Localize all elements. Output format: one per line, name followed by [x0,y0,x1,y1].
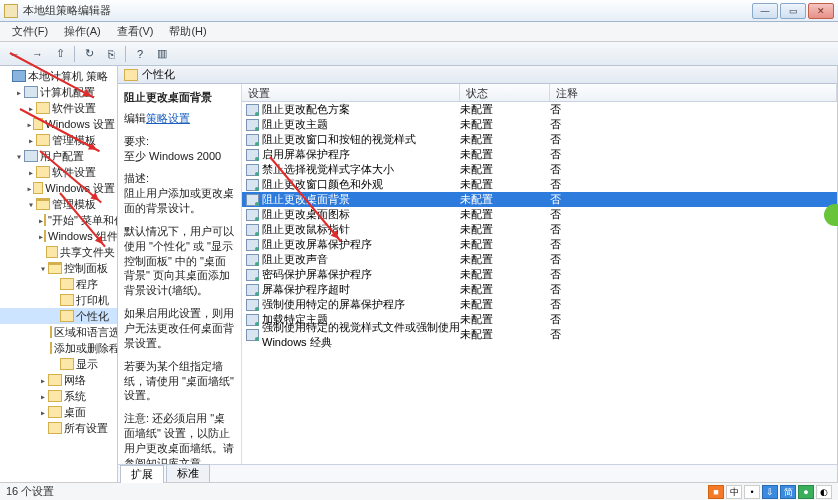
tab-standard[interactable]: 标准 [166,464,210,482]
list-row[interactable]: 阻止更改窗口和按钮的视觉样式未配置否 [242,132,837,147]
minimize-button[interactable]: ― [752,3,778,19]
tab-extended[interactable]: 扩展 [120,465,164,483]
tree-item[interactable]: ▸软件设置 [0,100,117,116]
tree-item[interactable]: ▾管理模板 [0,196,117,212]
tree-item[interactable]: 打印机 [0,292,117,308]
tree-item[interactable]: ▸Windows 组件 [0,228,117,244]
filter-button[interactable]: ▥ [152,45,172,63]
list-row[interactable]: 阻止更改桌面图标未配置否 [242,207,837,222]
list-row[interactable]: 强制使用特定的屏幕保护程序未配置否 [242,297,837,312]
tree-item[interactable]: 区域和语言选项 [0,324,117,340]
menu-file[interactable]: 文件(F) [4,22,56,41]
nav-forward-button[interactable]: → [27,45,48,63]
row-setting: 禁止选择视觉样式字体大小 [262,162,394,177]
tree-twisty[interactable]: ▸ [38,375,48,386]
list-row[interactable]: 禁止选择视觉样式字体大小未配置否 [242,162,837,177]
folder-icon [60,310,74,322]
tree-item[interactable]: ▾用户配置 [0,148,117,164]
tree-item[interactable]: ▸计算机配置 [0,84,117,100]
tree-item[interactable]: ▸桌面 [0,404,117,420]
list-row[interactable]: 阻止更改主题未配置否 [242,117,837,132]
nav-back-button[interactable]: ← [4,45,25,63]
tree-item[interactable]: 添加或删除程序 [0,340,117,356]
tree-item[interactable]: 本地计算机 策略 [0,68,117,84]
tree-twisty[interactable]: ▸ [26,167,36,178]
row-setting: 阻止更改主题 [262,117,328,132]
tree-label: 共享文件夹 [60,245,115,260]
desc-d2: 默认情况下，用户可以使用 "个性化" 或 "显示控制面板" 中的 "桌面背景" … [124,224,235,298]
tree-twisty[interactable]: ▸ [26,183,33,194]
export-button[interactable]: ⎘ [101,45,121,63]
tree-twisty[interactable]: ▸ [38,407,48,418]
row-comment: 否 [550,147,837,162]
tray-ime-icon[interactable]: 中 [726,485,742,499]
list-row[interactable]: 密码保护屏幕保护程序未配置否 [242,267,837,282]
list-row[interactable]: 阻止更改声音未配置否 [242,252,837,267]
tree-item[interactable]: ▾控制面板 [0,260,117,276]
tree-twisty[interactable]: ▾ [14,151,24,162]
tray-icon[interactable]: • [744,485,760,499]
row-state: 未配置 [460,267,550,282]
edit-policy-link[interactable]: 策略设置 [146,112,190,124]
close-button[interactable]: ✕ [808,3,834,19]
tray-icon[interactable]: ◐ [816,485,832,499]
tray-icon[interactable]: ■ [708,485,724,499]
description-pane: 阻止更改桌面背景 编辑策略设置 要求:至少 Windows 2000 描述:阻止… [118,84,242,464]
tree-twisty[interactable]: ▸ [26,135,36,146]
row-state: 未配置 [460,147,550,162]
tree-item[interactable]: ▸系统 [0,388,117,404]
tree-item[interactable]: ▸网络 [0,372,117,388]
tree-twisty[interactable]: ▸ [38,391,48,402]
tree-label: 桌面 [64,405,86,420]
col-setting[interactable]: 设置 [242,84,460,101]
tree-twisty[interactable]: ▸ [26,103,36,114]
menu-view[interactable]: 查看(V) [109,22,162,41]
main-header: 个性化 [118,66,837,84]
tree-twisty[interactable]: ▾ [38,263,48,274]
refresh-button[interactable]: ↻ [79,45,99,63]
tree-item[interactable]: 共享文件夹 [0,244,117,260]
tree-twisty[interactable]: ▸ [14,87,24,98]
menu-action[interactable]: 操作(A) [56,22,109,41]
tree-twisty[interactable]: ▸ [26,119,33,130]
tree-item[interactable]: ▸"开始" 菜单和任务栏 [0,212,117,228]
tree-item[interactable]: 所有设置 [0,420,117,436]
help-button[interactable]: ? [130,45,150,63]
tree-pane[interactable]: 本地计算机 策略▸计算机配置▸软件设置▸Windows 设置▸管理模板▾用户配置… [0,66,118,482]
list-row[interactable]: 阻止更改窗口颜色和外观未配置否 [242,177,837,192]
tree-twisty[interactable]: ▾ [26,199,36,210]
tree-item[interactable]: 程序 [0,276,117,292]
nav-up-button[interactable]: ⇧ [50,45,70,63]
tree-item[interactable]: ▸Windows 设置 [0,180,117,196]
list-row[interactable]: 阻止更改屏幕保护程序未配置否 [242,237,837,252]
folder-icon [124,69,138,81]
tree-item[interactable]: ▸Windows 设置 [0,116,117,132]
folder-icon [48,374,62,386]
row-state: 未配置 [460,297,550,312]
list-row[interactable]: 启用屏幕保护程序未配置否 [242,147,837,162]
list-row[interactable]: 屏幕保护程序超时未配置否 [242,282,837,297]
row-comment: 否 [550,132,837,147]
folder-icon [48,262,62,274]
list-body[interactable]: 阻止更改配色方案未配置否阻止更改主题未配置否阻止更改窗口和按钮的视觉样式未配置否… [242,102,837,464]
tree-item[interactable]: ▸管理模板 [0,132,117,148]
col-comment[interactable]: 注释 [550,84,837,101]
menu-help[interactable]: 帮助(H) [161,22,214,41]
maximize-button[interactable]: ▭ [780,3,806,19]
tray-icon[interactable]: 简 [780,485,796,499]
col-state[interactable]: 状态 [460,84,550,101]
tree-item[interactable]: 个性化 [0,308,117,324]
policy-icon [246,329,259,341]
tree-item[interactable]: 显示 [0,356,117,372]
list-row[interactable]: 强制使用特定的视觉样式文件或强制使用 Windows 经典未配置否 [242,327,837,342]
tree-item[interactable]: ▸软件设置 [0,164,117,180]
tray-icon[interactable]: ● [798,485,814,499]
list-row[interactable]: 阻止更改鼠标指针未配置否 [242,222,837,237]
tree-label: Windows 设置 [45,117,115,132]
row-comment: 否 [550,267,837,282]
list-row[interactable]: 阻止更改配色方案未配置否 [242,102,837,117]
folder-icon [50,342,52,354]
list-row[interactable]: 阻止更改桌面背景未配置否 [242,192,837,207]
tray-icon[interactable]: ⇩ [762,485,778,499]
folder-icon [44,214,46,226]
